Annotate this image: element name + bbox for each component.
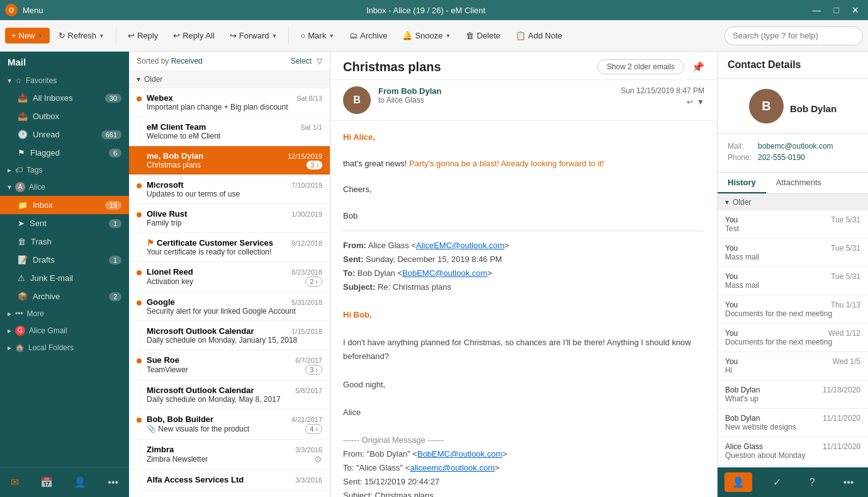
unread-dot (137, 270, 142, 275)
email-item-zimbra[interactable]: Zimbra 3/3/2016 Zimbra Newsletter ⚙ (129, 440, 330, 470)
history-item-4[interactable]: You Thu 1/13 Documents for the next meet… (718, 295, 868, 324)
email-row1: Microsoft Outlook Calendar 5/8/2017 (147, 386, 322, 395)
reply-meta-icon[interactable]: ↩ (687, 98, 693, 106)
select-button[interactable]: Select (291, 57, 312, 66)
refresh-dropdown-arrow[interactable]: ▼ (99, 33, 104, 39)
forward-dropdown-arrow[interactable]: ▼ (272, 33, 278, 39)
contact-more-button[interactable]: ••• (836, 472, 862, 492)
email-item-certificate[interactable]: ⚑Certificate Customer Services 9/12/2018… (129, 233, 330, 262)
email-item-olive[interactable]: Olive Rust 1/30/2019 Family trip (129, 204, 330, 233)
sidebar-local-folders-header[interactable]: ▸ 🏠 Local Folders (0, 340, 129, 356)
email-subject: 📎 New visuals for the product (147, 425, 249, 433)
email-item-bob-builder[interactable]: Bob, Bob Builder 4/21/2017 📎 New visuals… (129, 409, 330, 440)
menu-label[interactable]: Menu (23, 6, 43, 15)
sidebar-alice-gmail-header[interactable]: ▸ G Alice Gmail (0, 322, 129, 340)
expand-icon[interactable]: ▼ (697, 98, 704, 106)
contact-help-button[interactable]: ? (802, 472, 823, 492)
sidebar-favorites-header[interactable]: ▾ ☆ Favorites (0, 72, 129, 89)
alice-email-link2[interactable]: aliceemc@outlook.com (410, 463, 495, 472)
history-item-9[interactable]: Alice Glass 11/11/2020 Question about Mo… (718, 437, 868, 466)
sidebar-item-inbox[interactable]: 📁 Inbox 19 (0, 196, 129, 214)
sidebar-item-all-inboxes[interactable]: 📥 All Inboxes 30 (0, 89, 129, 107)
contact-person-button[interactable]: 👤 (724, 472, 752, 492)
unread-label: Unread (33, 130, 96, 139)
email-item-sue-roe[interactable]: Sue Roe 6/7/2017 TeamViewer 3 › (129, 350, 330, 380)
more-nav-button[interactable]: ••• (101, 472, 125, 492)
history-item-5[interactable]: You Wed 1/12 Documents for the next meet… (718, 324, 868, 352)
sidebar-item-outbox[interactable]: 📤 Outbox (0, 107, 129, 125)
email-item-ms-calendar-2[interactable]: Microsoft Outlook Calendar 5/8/2017 Dail… (129, 380, 330, 409)
email-item-lionel[interactable]: Lionel Reed 8/23/2018 Activation key 2 › (129, 262, 330, 292)
history-item-3[interactable]: You Tue 5/31 Mass mail (718, 267, 868, 295)
snooze-dropdown-arrow[interactable]: ▼ (446, 33, 451, 39)
sidebar-item-trash[interactable]: 🗑 Trash (0, 232, 129, 251)
alice-avatar: A (15, 182, 25, 192)
sidebar-alice-header[interactable]: ▾ A Alice (0, 178, 129, 196)
history-item-7[interactable]: Bob Dylan 11/18/2020 What's up (718, 380, 868, 409)
mail-nav-button[interactable]: ✉ (4, 472, 25, 492)
sidebar-item-drafts[interactable]: 📝 Drafts 1 (0, 251, 129, 269)
email-item-google[interactable]: Google 5/31/2018 Security alert for your… (129, 292, 330, 321)
contact-check-button[interactable]: ✓ (765, 472, 789, 492)
tab-attachments[interactable]: Attachments (766, 173, 831, 193)
history-subject: What's up (725, 394, 860, 403)
alice-email-link[interactable]: AliceEMC@outlook.com (416, 241, 504, 250)
search-input[interactable] (724, 26, 863, 45)
refresh-label: Refresh (68, 31, 97, 40)
email-subject-title: Christmas plans (343, 60, 441, 74)
contacts-nav-button[interactable]: 👤 (67, 472, 93, 492)
bob-email-link[interactable]: BobEMC@outlook.com (402, 268, 487, 278)
sidebar-item-sent[interactable]: ➤ Sent 1 (0, 214, 129, 232)
email-item-bob-dylan[interactable]: me, Bob Dylan 12/15/2019 Christmas plans… (129, 146, 330, 175)
tab-history[interactable]: History (718, 173, 766, 193)
email-date: 1/30/2019 (291, 210, 322, 218)
email-item-emclient[interactable]: eM Client Team Sat 1/1 Welcome to eM Cli… (129, 117, 330, 146)
calendar-nav-button[interactable]: 📅 (34, 472, 59, 492)
contact-phone-row: Phone: 202-555-0190 (728, 153, 858, 162)
mark-dropdown-arrow[interactable]: ▼ (329, 33, 334, 39)
sidebar-more-header[interactable]: ▸ ••• More (0, 306, 129, 322)
new-dropdown-arrow[interactable]: ▼ (38, 33, 43, 39)
history-row1: Alice Glass 11/11/2020 (725, 442, 860, 451)
close-button[interactable]: ✕ (848, 4, 863, 16)
sidebar-item-flagged[interactable]: ⚑ Flagged 6 (0, 144, 129, 162)
history-item-2[interactable]: You Tue 5/31 Mass mail (718, 239, 868, 267)
favorites-label: Favorites (26, 76, 57, 85)
snooze-button[interactable]: 🔔 Snooze ▼ (396, 28, 457, 43)
title-bar: O Menu Inbox - Alice (19 / 26) - eM Clie… (0, 0, 868, 20)
sidebar-item-archive[interactable]: 📦 Archive 2 (0, 287, 129, 306)
minimize-button[interactable]: — (809, 4, 825, 16)
new-button[interactable]: + New ▼ (5, 28, 50, 43)
history-item-6[interactable]: You Wed 1/5 Hi (718, 352, 868, 380)
filter-icon[interactable]: ▽ (317, 57, 322, 66)
mark-button[interactable]: ○ Mark ▼ (294, 28, 341, 43)
mail-value[interactable]: bobemc@outlook.com (758, 142, 833, 151)
delete-button[interactable]: 🗑 Delete (459, 28, 507, 43)
forward-button[interactable]: ↪ Forward ▼ (223, 28, 284, 43)
reply-button[interactable]: ↩ Reply (121, 28, 164, 43)
maximize-button[interactable]: □ (830, 4, 843, 16)
reply-all-button[interactable]: ↩ Reply All (167, 28, 221, 43)
show-older-button[interactable]: Show 2 older emails (597, 59, 684, 74)
main-layout: Mail ▾ ☆ Favorites 📥 All Inboxes 30 📤 Ou… (0, 52, 868, 497)
history-group-older[interactable]: ▾ Older (718, 194, 868, 210)
refresh-button[interactable]: ↻ Refresh ▼ (52, 28, 111, 43)
email-item-alfa[interactable]: Alfa Access Services Ltd 3/3/2016 (129, 470, 330, 490)
add-note-button[interactable]: 📋 Add Note (509, 28, 568, 43)
email-badge: 2 › (305, 277, 322, 287)
history-item-8[interactable]: Bob Dylan 11/11/2020 New website designs (718, 409, 868, 437)
email-group-older[interactable]: ▾ Older (129, 71, 330, 88)
archive-button[interactable]: 🗂 Archive (343, 28, 393, 43)
history-item-1[interactable]: You Tue 5/31 Test (718, 210, 868, 239)
email-item-ms-calendar-1[interactable]: Microsoft Outlook Calendar 1/15/2018 Dai… (129, 321, 330, 350)
email-sender: Sue Roe (147, 355, 291, 365)
sidebar-item-junk[interactable]: ⚠ Junk E-mail (0, 269, 129, 287)
email-date: 5/31/2018 (291, 299, 322, 306)
email-item-webex[interactable]: Webex Sat 8/13 Important plan change + B… (129, 88, 330, 117)
sidebar-tags-header[interactable]: ▸ 🏷 Tags (0, 162, 129, 178)
email-item-microsoft[interactable]: Microsoft 7/10/2019 Updates to our terms… (129, 175, 330, 204)
sidebar-item-unread[interactable]: 🕐 Unread 661 (0, 125, 129, 144)
sort-field[interactable]: Received (171, 57, 203, 66)
bob-email-link2[interactable]: BobEMC@outlook.com (417, 449, 502, 459)
pin-icon[interactable]: 📌 (692, 61, 704, 73)
